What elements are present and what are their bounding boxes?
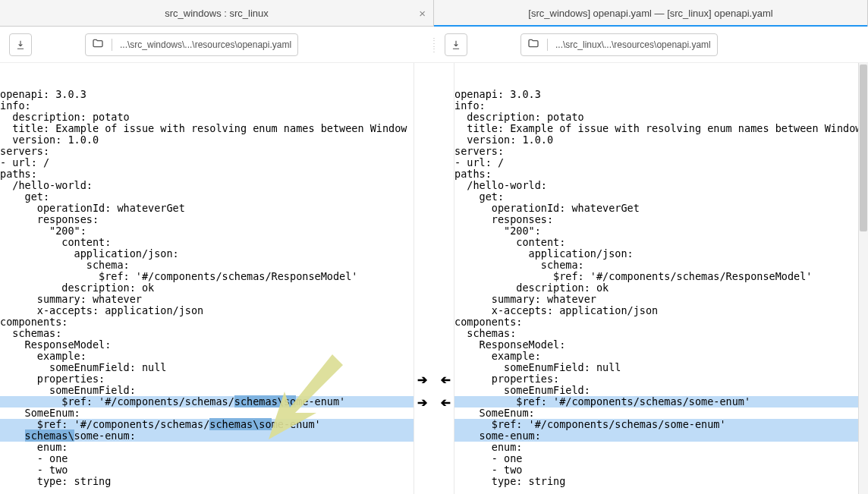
code-line: $ref: '#/components/schemas/ResponseMode… xyxy=(0,271,414,282)
apply-right-arrow-icon[interactable]: ➔ xyxy=(417,373,427,387)
tab-left-label: src_windows : src_linux xyxy=(165,8,269,19)
toolbar: ...\src_windows\...\resources\openapi.ya… xyxy=(0,27,868,63)
toolbar-right: ...\src_linux\...\resources\openapi.yaml xyxy=(436,27,868,62)
code-line: type: string xyxy=(0,476,414,487)
tab-right[interactable]: [src_windows] openapi.yaml — [src_linux]… xyxy=(434,0,868,26)
divider xyxy=(112,39,112,51)
code-line: paths: xyxy=(454,168,868,180)
code-line: operationId: whateverGet xyxy=(0,203,414,214)
code-line: someEnumField: xyxy=(454,385,868,396)
code-line: summary: whatever xyxy=(0,294,414,305)
code-line: properties: xyxy=(454,373,868,385)
code-line: - url: / xyxy=(0,157,414,168)
toolbar-left: ...\src_windows\...\resources\openapi.ya… xyxy=(0,27,432,62)
code-line: schemas\some-enum: xyxy=(0,430,414,442)
code-line: $ref: '#/components/schemas/schemas\some… xyxy=(0,396,414,407)
code-line: schema: xyxy=(454,260,868,271)
code-line: properties: xyxy=(0,373,414,385)
code-line: info: xyxy=(0,100,414,112)
code-line: enum: xyxy=(454,442,868,453)
code-line: SomeEnum: xyxy=(454,407,868,419)
download-icon[interactable] xyxy=(9,33,32,56)
code-line: responses: xyxy=(454,214,868,225)
code-line: operationId: whateverGet xyxy=(454,203,868,214)
folder-icon xyxy=(92,37,104,52)
file-path-left-text: ...\src_windows\...\resources\openapi.ya… xyxy=(120,39,291,50)
code-line: $ref: '#/components/schemas/schemas\some… xyxy=(0,419,414,430)
code-line: "200": xyxy=(0,225,414,237)
code-line: servers: xyxy=(0,146,414,157)
code-line: type: string xyxy=(454,476,868,487)
apply-left-arrow-icon[interactable]: ➔ xyxy=(441,373,451,387)
code-line: get: xyxy=(0,191,414,203)
code-line: version: 1.0.0 xyxy=(454,134,868,146)
code-line: schema: xyxy=(0,260,414,271)
code-line: "200": xyxy=(454,225,868,237)
code-line: schemas: xyxy=(454,328,868,339)
code-line: application/json: xyxy=(0,248,414,260)
tab-left[interactable]: src_windows : src_linux × xyxy=(0,0,434,26)
code-line: description: potato xyxy=(454,112,868,123)
code-line: info: xyxy=(454,100,868,112)
tab-bar: src_windows : src_linux × [src_windows] … xyxy=(0,0,868,27)
left-editor-pane[interactable]: openapi: 3.0.3info: description: potato … xyxy=(0,63,414,494)
code-line: /hello-world: xyxy=(0,180,414,191)
code-line: SomeEnum: xyxy=(0,407,414,419)
diff-gutter: ➔➔➔➔ xyxy=(414,63,454,494)
code-line: title: Example of issue with resolving e… xyxy=(454,123,868,134)
code-line: - two xyxy=(0,464,414,476)
code-line: someEnumField: null xyxy=(454,362,868,373)
download-icon[interactable] xyxy=(445,33,467,56)
code-line: /hello-world: xyxy=(454,180,868,191)
code-line: ResponseModel: xyxy=(0,339,414,351)
code-line: enum: xyxy=(0,442,414,453)
code-line: openapi: 3.0.3 xyxy=(0,89,414,100)
file-path-left[interactable]: ...\src_windows\...\resources\openapi.ya… xyxy=(85,33,298,56)
code-line: application/json: xyxy=(454,248,868,260)
code-line: description: ok xyxy=(454,282,868,294)
code-line: example: xyxy=(0,351,414,362)
code-line: content: xyxy=(0,237,414,248)
code-line: - one xyxy=(454,453,868,464)
tab-right-label: [src_windows] openapi.yaml — [src_linux]… xyxy=(528,8,772,19)
code-line: schemas: xyxy=(0,328,414,339)
code-line: servers: xyxy=(454,146,868,157)
code-line: content: xyxy=(454,237,868,248)
apply-left-arrow-icon[interactable]: ➔ xyxy=(441,395,451,410)
code-line: version: 1.0.0 xyxy=(0,134,414,146)
divider xyxy=(547,39,548,51)
code-line: someEnumField: null xyxy=(0,362,414,373)
code-line: x-accepts: application/json xyxy=(0,305,414,316)
code-line: paths: xyxy=(0,168,414,180)
file-path-right-text: ...\src_linux\...\resources\openapi.yaml xyxy=(555,39,711,50)
scrollbar-thumb[interactable] xyxy=(860,65,867,231)
folder-icon xyxy=(527,37,539,52)
code-line: someEnumField: xyxy=(0,385,414,396)
file-path-right[interactable]: ...\src_linux\...\resources\openapi.yaml xyxy=(520,33,718,56)
code-line: responses: xyxy=(0,214,414,225)
code-line: x-accepts: application/json xyxy=(454,305,868,316)
code-line: components: xyxy=(454,316,868,328)
code-line: openapi: 3.0.3 xyxy=(454,89,868,100)
diff-content: openapi: 3.0.3info: description: potato … xyxy=(0,63,868,494)
code-line: $ref: '#/components/schemas/some-enum' xyxy=(454,396,868,407)
vertical-scrollbar[interactable] xyxy=(858,63,868,494)
code-line: example: xyxy=(454,351,868,362)
code-line: $ref: '#/components/schemas/ResponseMode… xyxy=(454,271,868,282)
code-line: components: xyxy=(0,316,414,328)
code-line: get: xyxy=(454,191,868,203)
code-line: some-enum: xyxy=(454,430,868,442)
code-line: $ref: '#/components/schemas/some-enum' xyxy=(454,419,868,430)
close-icon[interactable]: × xyxy=(419,7,426,20)
code-line: summary: whatever xyxy=(454,294,868,305)
code-line: title: Example of issue with resolving e… xyxy=(0,123,414,134)
right-editor-pane[interactable]: openapi: 3.0.3info: description: potato … xyxy=(454,63,868,494)
code-line: - one xyxy=(0,453,414,464)
code-line: - url: / xyxy=(454,157,868,168)
code-line: - two xyxy=(454,464,868,476)
code-line: description: potato xyxy=(0,112,414,123)
code-line: ResponseModel: xyxy=(454,339,868,351)
code-line: description: ok xyxy=(0,282,414,294)
apply-right-arrow-icon[interactable]: ➔ xyxy=(417,395,427,410)
